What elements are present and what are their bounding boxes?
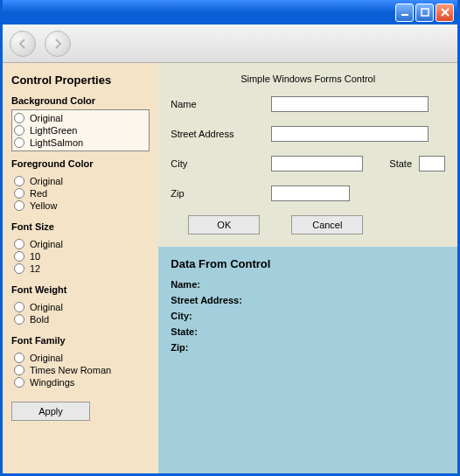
size-group: Original 10 12	[11, 235, 150, 277]
sidebar: Control Properties Background Color Orig…	[3, 63, 158, 473]
svg-rect-0	[401, 14, 408, 16]
forward-button[interactable]	[45, 31, 71, 57]
weight-group-title: Font Weight	[11, 284, 150, 295]
arrow-right-icon	[51, 37, 65, 51]
zip-label: Zip	[171, 188, 271, 199]
svg-rect-1	[422, 9, 429, 16]
fg-opt-original[interactable]: Original	[14, 175, 149, 187]
name-label: Name	[171, 99, 271, 109]
city-label: City	[171, 158, 271, 169]
size-group-title: Font Size	[11, 221, 150, 232]
out-street: Street Address:	[171, 295, 445, 305]
out-city: City:	[171, 311, 445, 321]
form-panel: Simple Windows Forms Control Name Street…	[158, 63, 457, 247]
minimize-icon	[401, 8, 409, 17]
street-label: Street Address	[171, 129, 271, 139]
close-icon	[441, 8, 450, 17]
bg-opt-lightsalmon[interactable]: LightSalmon	[14, 136, 149, 149]
row-name: Name	[171, 96, 445, 112]
family-opt-wingdings[interactable]: Wingdings	[14, 376, 149, 388]
bg-opt-original[interactable]: Original	[14, 112, 149, 124]
family-group: Original Times New Roman Wingdings	[11, 349, 150, 391]
titlebar	[3, 0, 457, 24]
size-opt-12[interactable]: 12	[14, 262, 149, 275]
name-input[interactable]	[271, 96, 429, 112]
maximize-icon	[421, 8, 429, 17]
state-input[interactable]	[419, 156, 445, 172]
form-title: Simple Windows Forms Control	[171, 74, 445, 84]
out-name: Name:	[171, 279, 445, 290]
family-opt-original[interactable]: Original	[14, 352, 149, 364]
apply-button[interactable]: Apply	[11, 402, 90, 421]
fg-opt-red[interactable]: Red	[14, 187, 149, 200]
family-group-title: Font Family	[11, 335, 150, 346]
main: Simple Windows Forms Control Name Street…	[158, 63, 457, 473]
arrow-left-icon	[16, 37, 30, 51]
state-label: State	[389, 158, 412, 169]
zip-input[interactable]	[271, 186, 350, 201]
bg-opt-lightgreen[interactable]: LightGreen	[14, 124, 149, 136]
weight-group: Original Bold	[11, 298, 150, 328]
weight-opt-original[interactable]: Original	[14, 301, 149, 313]
row-zip: Zip	[171, 186, 445, 201]
bg-group-title: Background Color	[11, 95, 150, 106]
close-button[interactable]	[436, 4, 454, 22]
size-opt-10[interactable]: 10	[14, 250, 149, 262]
weight-opt-bold[interactable]: Bold	[14, 313, 149, 326]
back-button[interactable]	[10, 31, 36, 57]
street-input[interactable]	[271, 126, 429, 142]
family-opt-times[interactable]: Times New Roman	[14, 364, 149, 376]
out-zip: Zip:	[171, 342, 445, 353]
content: Control Properties Background Color Orig…	[3, 63, 457, 473]
bg-group: Original LightGreen LightSalmon	[11, 109, 150, 151]
fg-group: Original Red Yellow	[11, 172, 150, 214]
out-state: State:	[171, 326, 445, 337]
row-city-state: City State	[171, 156, 445, 172]
cancel-button[interactable]: Cancel	[291, 215, 363, 234]
ok-button[interactable]: OK	[188, 215, 260, 234]
nav-toolbar	[3, 24, 457, 63]
size-opt-original[interactable]: Original	[14, 238, 149, 250]
app-window: Control Properties Background Color Orig…	[0, 0, 460, 476]
fg-group-title: Foreground Color	[11, 158, 150, 169]
maximize-button[interactable]	[415, 4, 434, 22]
button-row: OK Cancel	[171, 215, 445, 234]
data-title: Data From Control	[171, 257, 445, 270]
data-panel: Data From Control Name: Street Address: …	[158, 247, 457, 473]
fg-opt-yellow[interactable]: Yellow	[14, 200, 149, 212]
row-street: Street Address	[171, 126, 445, 142]
minimize-button[interactable]	[395, 4, 414, 22]
city-input[interactable]	[271, 156, 363, 172]
sidebar-title: Control Properties	[11, 74, 150, 87]
